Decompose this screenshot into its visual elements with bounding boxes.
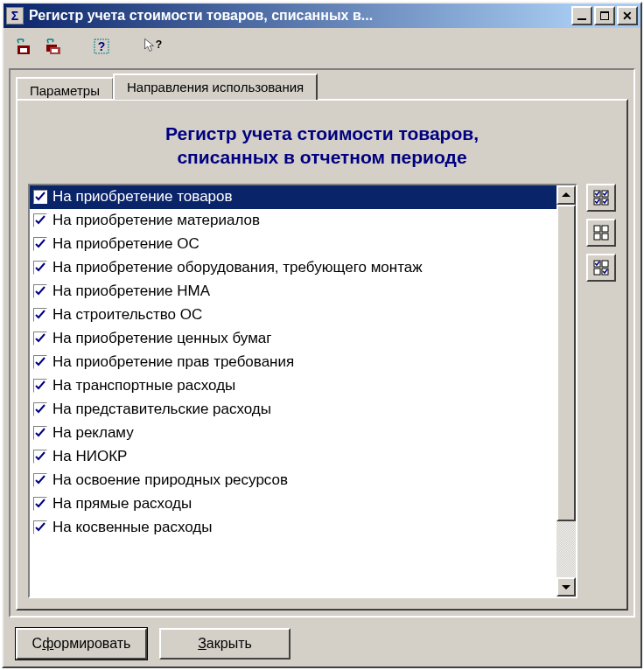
list-item-label: На приобретение НМА — [52, 283, 210, 300]
list-item[interactable]: На приобретение НМА — [30, 280, 556, 304]
list-item-label: На представительские расходы — [52, 401, 271, 418]
svg-text:?: ? — [156, 38, 162, 51]
list-item[interactable]: На НИОКР — [30, 445, 556, 469]
toolbar: ? ? — [4, 28, 640, 65]
list-item-label: На приобретение ОС — [52, 235, 200, 253]
svg-text:?: ? — [98, 39, 106, 53]
list-item[interactable]: На приобретение прав требования — [30, 351, 556, 374]
svg-rect-16 — [602, 226, 608, 232]
list-item[interactable]: На представительские расходы — [30, 398, 556, 422]
heading-line-1: Регистр учета стоимости товаров, — [46, 122, 598, 145]
checkbox[interactable] — [33, 213, 47, 227]
list-item[interactable]: На приобретение ОС — [30, 233, 556, 256]
list-item-label: На косвенные расходы — [52, 519, 212, 536]
list-item[interactable]: На приобретение товаров — [30, 185, 556, 209]
list-item-label: На прямые расходы — [52, 495, 192, 513]
app-icon: Σ — [6, 7, 24, 24]
list-item[interactable]: На косвенные расходы — [30, 516, 556, 540]
svg-marker-3 — [47, 42, 49, 44]
list-item[interactable]: На транспортные расходы — [30, 374, 556, 398]
scroll-down-button[interactable] — [556, 577, 576, 597]
tab-directions[interactable]: Направления использования — [113, 73, 318, 100]
svg-rect-17 — [594, 234, 600, 240]
checkbox[interactable] — [33, 284, 47, 298]
list-item[interactable]: На приобретение ценных бумаг — [30, 327, 556, 351]
checkbox[interactable] — [33, 261, 47, 275]
help-icon[interactable]: ? — [91, 36, 112, 57]
directions-list[interactable]: На приобретение товаровНа приобретение м… — [28, 184, 578, 598]
list-item[interactable]: На приобретение материалов — [30, 209, 556, 233]
list-item-label: На приобретение материалов — [52, 212, 260, 229]
checkbox[interactable] — [33, 402, 47, 416]
svg-rect-18 — [602, 234, 608, 240]
checkbox[interactable] — [33, 190, 47, 204]
cursor-help-icon[interactable]: ? — [138, 33, 170, 59]
tabs: Параметры Направления использования — [16, 73, 628, 100]
close-window-button[interactable]: ✕ — [617, 6, 638, 25]
content-frame: Параметры Направления использования Реги… — [9, 68, 635, 618]
list-item-label: На освоение природных ресурсов — [52, 471, 288, 489]
tab-panel: Регистр учета стоимости товаров, списанн… — [16, 99, 628, 611]
list-item-label: На приобретение товаров — [52, 188, 233, 206]
list-item[interactable]: На приобретение оборудования, требующего… — [30, 256, 556, 280]
list-item-label: На НИОКР — [52, 448, 127, 465]
svg-rect-21 — [594, 269, 600, 275]
heading-line-2: списанных в отчетном периоде — [46, 145, 598, 169]
check-all-button[interactable] — [586, 184, 616, 212]
checkbox[interactable] — [33, 237, 47, 251]
checkbox[interactable] — [33, 450, 47, 464]
list-item-label: На транспортные расходы — [52, 377, 235, 394]
window-title: Регистр учета стоимости товаров, списанн… — [29, 8, 571, 24]
generate-button[interactable]: Сформировать — [16, 628, 147, 660]
list-action-buttons — [586, 184, 616, 598]
list-item[interactable]: На прямые расходы — [30, 492, 556, 516]
bottom-bar: Сформировать Закрыть — [9, 628, 635, 660]
app-window: Σ Регистр учета стоимости товаров, списа… — [2, 2, 642, 668]
scroll-thumb[interactable] — [556, 205, 576, 521]
window-controls: ✕ — [571, 6, 638, 25]
invert-selection-button[interactable] — [586, 254, 616, 282]
tab-parameters[interactable]: Параметры — [16, 77, 114, 101]
scrollbar[interactable] — [556, 185, 576, 597]
checkbox[interactable] — [33, 332, 47, 345]
checkbox[interactable] — [33, 308, 47, 322]
svg-rect-15 — [594, 226, 600, 232]
maximize-button[interactable] — [594, 6, 615, 25]
svg-rect-6 — [52, 49, 58, 52]
list-item-label: На рекламу — [52, 424, 134, 442]
list-item[interactable]: На освоение природных ресурсов — [30, 469, 556, 492]
uncheck-all-button[interactable] — [586, 219, 616, 247]
list-item[interactable]: На рекламу — [30, 422, 556, 445]
save-records-icon[interactable] — [44, 36, 65, 57]
checkbox[interactable] — [33, 426, 47, 440]
checkbox[interactable] — [33, 379, 47, 393]
minimize-button[interactable] — [571, 6, 592, 25]
save-record-icon[interactable] — [14, 36, 35, 57]
scroll-track[interactable] — [556, 205, 576, 577]
svg-rect-2 — [20, 48, 27, 52]
scroll-up-button[interactable] — [556, 185, 576, 205]
page-heading: Регистр учета стоимости товаров, списанн… — [46, 122, 598, 170]
svg-rect-20 — [602, 261, 608, 267]
list-item-label: На приобретение оборудования, требующего… — [52, 259, 423, 276]
list-item-label: На строительство ОС — [52, 306, 202, 324]
list-item[interactable]: На строительство ОС — [30, 304, 556, 327]
list-item-label: На приобретение ценных бумаг — [52, 330, 272, 347]
titlebar: Σ Регистр учета стоимости товаров, списа… — [4, 3, 640, 28]
checkbox[interactable] — [33, 355, 47, 369]
svg-marker-9 — [145, 38, 154, 51]
list-item-label: На приобретение прав требования — [52, 353, 294, 371]
close-button[interactable]: Закрыть — [159, 628, 290, 660]
svg-marker-0 — [18, 42, 19, 44]
checkbox[interactable] — [33, 473, 47, 487]
checkbox[interactable] — [33, 520, 47, 534]
checkbox[interactable] — [33, 497, 47, 511]
